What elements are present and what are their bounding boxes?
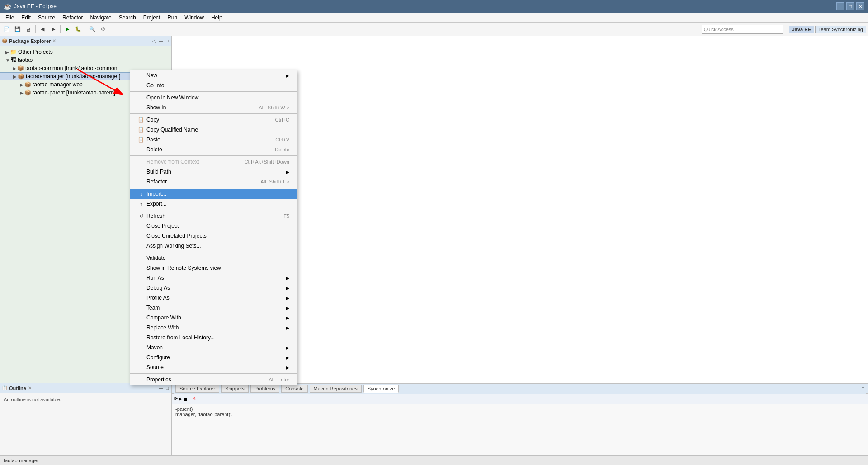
tree-item-other-projects[interactable]: ▶ 📁 Other Projects xyxy=(0,48,171,56)
ctx-go-into[interactable]: Go Into xyxy=(130,80,297,90)
ctx-debug-as[interactable]: Debug As ▶ xyxy=(130,283,297,293)
ctx-sep-3 xyxy=(130,155,297,156)
expand-arrow: ▶ xyxy=(13,74,17,79)
tab-source-explorer[interactable]: Source Explorer xyxy=(175,385,219,393)
menu-run[interactable]: Run xyxy=(164,14,181,22)
tab-snippets[interactable]: Snippets xyxy=(221,385,249,393)
expand-arrow: ▶ xyxy=(13,66,16,71)
ctx-profile-as[interactable]: Profile As ▶ xyxy=(130,293,297,303)
ctx-replace-with[interactable]: Replace With ▶ xyxy=(130,323,297,333)
persp-team-sync[interactable]: Team Synchronizing xyxy=(815,26,866,33)
menu-project[interactable]: Project xyxy=(140,14,164,22)
ctx-new[interactable]: New ▶ xyxy=(130,70,297,80)
outline-title: Outline xyxy=(9,385,26,391)
ctx-compare-with[interactable]: Compare With ▶ xyxy=(130,313,297,323)
sync-toolbar-btn-2[interactable]: ▶ xyxy=(179,396,182,402)
ctx-configure[interactable]: Configure ▶ xyxy=(130,352,297,362)
package-explorer-header: 📦 Package Explorer ✕ ◁ — □ xyxy=(0,36,171,46)
print-button[interactable]: 🖨 xyxy=(24,24,33,34)
ctx-delete[interactable]: Delete Delete xyxy=(130,145,297,155)
tab-problems[interactable]: Problems xyxy=(250,385,279,393)
bottom-panel-maximize[interactable]: □ xyxy=(862,386,864,391)
menu-navigate[interactable]: Navigate xyxy=(86,14,115,22)
debug-button[interactable]: 🐛 xyxy=(73,24,83,34)
tab-console[interactable]: Console xyxy=(281,385,307,393)
title-bar: ☕ Java EE - Eclipse — □ ✕ xyxy=(0,0,868,13)
save-button[interactable]: 💾 xyxy=(13,24,23,34)
outline-minimize[interactable]: — xyxy=(158,385,164,391)
tab-synchronize[interactable]: Synchronize xyxy=(363,385,399,393)
ctx-validate[interactable]: Validate xyxy=(130,253,297,263)
ctx-icon-copy-qualified: 📋 xyxy=(137,127,145,133)
ctx-show-in[interactable]: Show In Alt+Shift+W > xyxy=(130,103,297,113)
tree-label: taotao-common [trunk/taotao-common] xyxy=(25,65,119,71)
outline-maximize[interactable]: □ xyxy=(165,385,170,391)
ctx-close-project[interactable]: Close Project xyxy=(130,221,297,231)
ctx-close-unrelated[interactable]: Close Unrelated Projects xyxy=(130,231,297,241)
ctx-maven[interactable]: Maven ▶ xyxy=(130,343,297,352)
maximize-view-btn[interactable]: □ xyxy=(165,38,170,44)
maximize-button[interactable]: □ xyxy=(846,2,854,10)
ctx-export[interactable]: ↑ Export... xyxy=(130,199,297,209)
ctx-refresh[interactable]: ↺ Refresh F5 xyxy=(130,211,297,221)
search-button[interactable]: 🔍 xyxy=(87,24,97,34)
title-bar-left: ☕ Java EE - Eclipse xyxy=(4,3,57,10)
ctx-copy-qualified[interactable]: 📋 Copy Qualified Name xyxy=(130,125,297,135)
toolbar-btn-misc[interactable]: ⚙ xyxy=(98,24,108,34)
menu-file[interactable]: File xyxy=(2,14,18,22)
bottom-panel-minimize[interactable]: — xyxy=(855,386,860,391)
window-controls[interactable]: — □ ✕ xyxy=(836,2,864,10)
run-button[interactable]: ▶ xyxy=(62,24,72,34)
close-button[interactable]: ✕ xyxy=(856,2,864,10)
collapse-btn[interactable]: ◁ xyxy=(151,38,157,44)
menu-edit[interactable]: Edit xyxy=(18,14,34,22)
back-button[interactable]: ◀ xyxy=(38,24,47,34)
ctx-arrow: ▶ xyxy=(286,286,289,291)
menu-refactor[interactable]: Refactor xyxy=(59,14,86,22)
tab-maven-repos[interactable]: Maven Repositories xyxy=(310,385,362,393)
status-text: taotao-manager xyxy=(4,458,39,463)
forward-button[interactable]: ▶ xyxy=(48,24,58,34)
ctx-icon-copy: 📋 xyxy=(137,117,145,123)
context-menu[interactable]: New ▶ Go Into Open in New Window Show In… xyxy=(130,70,297,385)
ctx-copy[interactable]: 📋 Copy Ctrl+C xyxy=(130,115,297,125)
menu-search[interactable]: Search xyxy=(115,14,140,22)
sync-toolbar-btn-3[interactable]: ⏹ xyxy=(183,396,188,402)
ctx-run-as[interactable]: Run As ▶ xyxy=(130,273,297,283)
quick-access-box[interactable]: Quick Access xyxy=(702,25,783,34)
ctx-arrow: ▶ xyxy=(286,365,289,370)
tree-item-taotao[interactable]: ▼ 🏗 taotao xyxy=(0,56,171,64)
ctx-team[interactable]: Team ▶ xyxy=(130,303,297,313)
ctx-source[interactable]: Source ▶ xyxy=(130,362,297,372)
project-icon: 📦 xyxy=(24,89,31,96)
bottom-tabs: Source Explorer Snippets Problems Consol… xyxy=(172,384,868,394)
new-button[interactable]: 📄 xyxy=(2,24,12,34)
ctx-restore-history[interactable]: Restore from Local History... xyxy=(130,333,297,343)
minimize-view-btn[interactable]: — xyxy=(158,38,164,44)
ctx-arrow: ▶ xyxy=(286,305,289,310)
ctx-open-new-window[interactable]: Open in New Window xyxy=(130,93,297,103)
ctx-icon-refresh: ↺ xyxy=(137,213,145,219)
ctx-paste[interactable]: 📋 Paste Ctrl+V xyxy=(130,135,297,145)
menu-help[interactable]: Help xyxy=(208,14,226,22)
sync-toolbar-btn-1[interactable]: ⟳ xyxy=(174,396,178,402)
ctx-sep-2 xyxy=(130,113,297,114)
sync-toolbar-btn-error[interactable]: ⚠ xyxy=(192,396,197,402)
persp-javaee[interactable]: Java EE xyxy=(789,26,814,33)
ctx-remove-context[interactable]: Remove from Context Ctrl+Alt+Shift+Down xyxy=(130,157,297,167)
ctx-show-remote[interactable]: Show in Remote Systems view xyxy=(130,263,297,273)
ctx-assign-working-sets[interactable]: Assign Working Sets... xyxy=(130,241,297,251)
ctx-import[interactable]: ↓ Import... xyxy=(130,189,297,199)
ctx-properties[interactable]: Properties Alt+Enter xyxy=(130,375,297,385)
outline-panel: 📋 Outline ✕ — □ An outline is not availa… xyxy=(0,383,171,455)
project-icon: 📦 xyxy=(18,73,24,80)
tree-label: taotao-manager-web xyxy=(33,81,83,88)
ctx-build-path[interactable]: Build Path ▶ xyxy=(130,167,297,177)
toolbar-sep-1 xyxy=(35,25,36,33)
menu-source[interactable]: Source xyxy=(34,14,59,22)
ctx-arrow: ▶ xyxy=(286,325,289,330)
minimize-button[interactable]: — xyxy=(836,2,844,10)
menu-window[interactable]: Window xyxy=(181,14,208,22)
toolbar-sep xyxy=(190,396,190,402)
ctx-refactor[interactable]: Refactor Alt+Shift+T > xyxy=(130,177,297,187)
